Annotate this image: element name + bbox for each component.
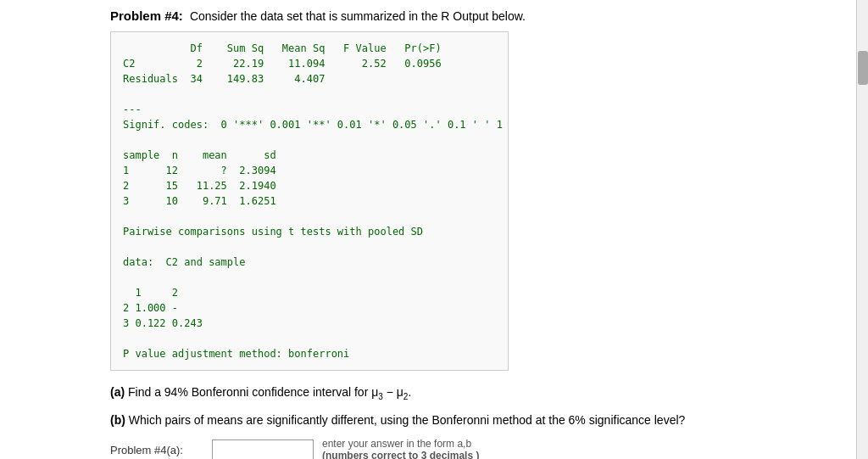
answer-a-input[interactable] xyxy=(212,439,314,459)
scrollbar[interactable] xyxy=(856,0,868,459)
question-a-label: (a) xyxy=(110,385,125,399)
question-b: (b) Which pairs of means are significant… xyxy=(110,411,839,429)
answer-hint: enter your answer in the form a,b (numbe… xyxy=(322,438,479,459)
problem-header: Problem #4: Consider the data set that i… xyxy=(110,8,839,23)
hint-line2: (numbers correct to 3 decimals ) xyxy=(322,450,479,459)
answer-row-a: Problem #4(a): enter your answer in the … xyxy=(110,438,839,459)
r-output-box: Df Sum Sq Mean Sq F Value Pr(>F) C2 2 22… xyxy=(110,31,509,371)
r-output-content: Df Sum Sq Mean Sq F Value Pr(>F) C2 2 22… xyxy=(123,41,496,361)
question-b-label: (b) xyxy=(110,413,125,427)
problem-4a-label: Problem #4(a): xyxy=(110,444,203,456)
hint-line1: enter your answer in the form a,b xyxy=(322,438,479,450)
problem-description: Consider the data set that is summarized… xyxy=(190,9,526,23)
question-a: (a) Find a 94% Bonferonni confidence int… xyxy=(110,383,839,404)
problem-title: Problem #4: xyxy=(110,8,183,23)
question-b-text: Which pairs of means are significantly d… xyxy=(129,413,686,427)
scrollbar-thumb[interactable] xyxy=(858,51,868,85)
question-a-text: Find a 94% Bonferonni confidence interva… xyxy=(128,385,411,399)
